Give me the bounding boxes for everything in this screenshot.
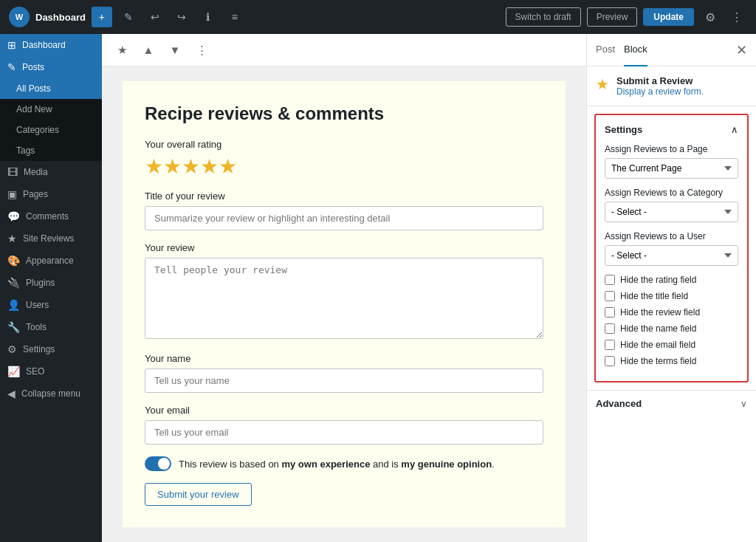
assign-page-select[interactable]: The Current Page bbox=[605, 158, 738, 179]
block-info-title: Submit a Review bbox=[616, 75, 704, 86]
editor-content: Recipe reviews & comments Your overall r… bbox=[123, 81, 566, 527]
assign-category-select[interactable]: - Select - bbox=[605, 202, 738, 222]
block-tool-button[interactable]: ★ bbox=[111, 39, 133, 61]
nav-up-button[interactable]: ▲ bbox=[137, 39, 159, 61]
block-info-text: Submit a Review Display a review form. bbox=[616, 75, 704, 97]
update-button[interactable]: Update bbox=[643, 8, 694, 26]
sidebar-label-settings: Settings bbox=[23, 344, 55, 354]
email-label: Your email bbox=[145, 405, 543, 416]
advanced-title: Advanced bbox=[596, 398, 642, 409]
block-info-desc: Display a review form. bbox=[616, 86, 704, 97]
tab-post[interactable]: Post bbox=[596, 34, 615, 66]
sidebar-item-media[interactable]: 🎞 Media bbox=[0, 161, 102, 183]
sidebar-item-tools[interactable]: 🔧 Tools bbox=[0, 316, 102, 338]
title-label: Title of your review bbox=[145, 191, 543, 202]
toggle-knob bbox=[158, 458, 170, 470]
preview-button[interactable]: Preview bbox=[587, 7, 638, 27]
undo-button[interactable]: ↩ bbox=[145, 7, 165, 27]
edit-button[interactable]: ✎ bbox=[118, 7, 139, 27]
sidebar-item-comments[interactable]: 💬 Comments bbox=[0, 205, 102, 227]
info-button[interactable]: ℹ bbox=[198, 7, 219, 27]
email-input[interactable] bbox=[145, 420, 543, 445]
rating-label: Your overall rating bbox=[145, 139, 543, 150]
add-block-button[interactable]: + bbox=[92, 7, 112, 27]
dashboard-icon: ⊞ bbox=[7, 39, 16, 51]
add-new-label: Add New bbox=[16, 104, 52, 114]
name-label: Your name bbox=[145, 353, 543, 364]
more-options-button[interactable]: ⋮ bbox=[726, 7, 747, 27]
sidebar-item-site-reviews[interactable]: ★ Site Reviews bbox=[0, 227, 102, 250]
right-panel: Post Block ✕ ★ Submit a Review Display a… bbox=[586, 34, 756, 542]
hide-rating-checkbox[interactable] bbox=[605, 275, 615, 285]
sidebar-item-posts[interactable]: ✎ Posts bbox=[0, 56, 102, 78]
review-textarea[interactable] bbox=[145, 258, 543, 339]
checkbox-hide-rating: Hide the rating field bbox=[605, 275, 738, 285]
sidebar-item-dashboard[interactable]: ⊞ Dashboard bbox=[0, 34, 102, 56]
title-input[interactable] bbox=[145, 206, 543, 230]
list-view-button[interactable]: ≡ bbox=[224, 7, 245, 27]
review-label: Your review bbox=[145, 242, 543, 253]
submit-button[interactable]: Submit your review bbox=[145, 483, 252, 506]
site-reviews-icon: ★ bbox=[7, 233, 17, 244]
users-icon: 👤 bbox=[7, 299, 20, 311]
sidebar-item-tags[interactable]: Tags bbox=[0, 140, 102, 161]
checkbox-hide-review: Hide the review field bbox=[605, 307, 738, 318]
categories-label: Categories bbox=[16, 125, 59, 135]
sidebar-item-users[interactable]: 👤 Users bbox=[0, 294, 102, 316]
collapse-icon: ◀ bbox=[7, 388, 16, 399]
sidebar-label-plugins: Plugins bbox=[26, 278, 55, 288]
posts-icon: ✎ bbox=[7, 61, 16, 73]
checkbox-hide-title: Hide the title field bbox=[605, 291, 738, 301]
sidebar-item-add-new[interactable]: Add New bbox=[0, 99, 102, 120]
assign-user-select[interactable]: - Select - bbox=[605, 245, 738, 266]
sidebar-item-appearance[interactable]: 🎨 Appearance bbox=[0, 250, 102, 272]
all-posts-label: All Posts bbox=[16, 83, 51, 94]
hide-review-label: Hide the review field bbox=[620, 307, 700, 318]
form-title: Recipe reviews & comments bbox=[145, 103, 543, 124]
toolbar-more-button[interactable]: ⋮ bbox=[190, 39, 213, 61]
sidebar-item-pages[interactable]: ▣ Pages bbox=[0, 183, 102, 205]
seo-icon: 📈 bbox=[7, 366, 20, 377]
sidebar: ⊞ Dashboard ✎ Posts All Posts Add New Ca… bbox=[0, 34, 102, 542]
tools-icon: 🔧 bbox=[7, 321, 20, 333]
hide-review-checkbox[interactable] bbox=[605, 307, 615, 318]
assign-category-label: Assign Reviews to a Category bbox=[605, 188, 738, 198]
sidebar-item-seo[interactable]: 📈 SEO bbox=[0, 360, 102, 383]
sidebar-item-all-posts[interactable]: All Posts bbox=[0, 78, 102, 99]
settings-box-header: Settings ∧ bbox=[605, 124, 738, 135]
hide-terms-checkbox[interactable] bbox=[605, 356, 615, 366]
hide-name-checkbox[interactable] bbox=[605, 323, 615, 334]
name-input[interactable] bbox=[145, 368, 543, 393]
sidebar-label-users: Users bbox=[26, 300, 49, 310]
sidebar-label-appearance: Appearance bbox=[26, 255, 74, 266]
sidebar-item-collapse[interactable]: ◀ Collapse menu bbox=[0, 383, 102, 405]
sidebar-item-plugins[interactable]: 🔌 Plugins bbox=[0, 272, 102, 294]
hide-title-label: Hide the title field bbox=[620, 291, 688, 301]
sidebar-label-media: Media bbox=[24, 167, 48, 177]
settings-box: Settings ∧ Assign Reviews to a Page The … bbox=[594, 114, 749, 383]
top-right-actions: Switch to draft Preview Update ⚙ ⋮ bbox=[506, 7, 747, 27]
assign-page-label: Assign Reviews to a Page bbox=[605, 144, 738, 154]
settings-button[interactable]: ⚙ bbox=[700, 7, 721, 27]
assign-user-label: Assign Reviews to a User bbox=[605, 231, 738, 241]
switch-draft-button[interactable]: Switch to draft bbox=[506, 7, 581, 27]
close-panel-button[interactable]: ✕ bbox=[736, 42, 747, 58]
posts-submenu: All Posts Add New Categories Tags bbox=[0, 78, 102, 161]
main-layout: ⊞ Dashboard ✎ Posts All Posts Add New Ca… bbox=[0, 34, 756, 542]
sidebar-label-comments: Comments bbox=[26, 211, 69, 222]
plugins-icon: 🔌 bbox=[7, 277, 20, 289]
block-info: ★ Submit a Review Display a review form. bbox=[587, 66, 756, 106]
sidebar-item-settings[interactable]: ⚙ Settings bbox=[0, 338, 102, 360]
redo-button[interactable]: ↪ bbox=[171, 7, 192, 27]
advanced-section[interactable]: Advanced ∨ bbox=[587, 390, 756, 416]
hide-email-checkbox[interactable] bbox=[605, 340, 615, 350]
star-rating[interactable]: ★★★★★ bbox=[145, 154, 543, 179]
tab-block[interactable]: Block bbox=[624, 34, 647, 66]
sidebar-item-categories[interactable]: Categories bbox=[0, 120, 102, 140]
settings-chevron-up-icon: ∧ bbox=[731, 124, 738, 135]
pages-icon: ▣ bbox=[7, 188, 17, 200]
hide-title-checkbox[interactable] bbox=[605, 291, 615, 301]
nav-down-button[interactable]: ▼ bbox=[164, 39, 186, 61]
checkbox-hide-email: Hide the email field bbox=[605, 340, 738, 350]
terms-toggle[interactable] bbox=[145, 456, 171, 471]
